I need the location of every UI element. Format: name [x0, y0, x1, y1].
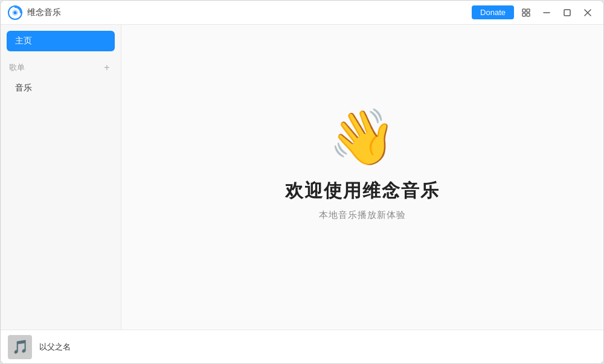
maximize-icon: [564, 9, 571, 16]
player-song-info: 以父之名: [39, 342, 71, 353]
minimize-button[interactable]: [538, 4, 555, 21]
player-bar: 🎵 以父之名: [1, 330, 603, 363]
compact-icon: [521, 8, 531, 18]
titlebar: 维念音乐 Donate: [1, 1, 603, 25]
app-title: 维念音乐: [27, 7, 472, 18]
svg-rect-8: [564, 10, 570, 16]
svg-rect-4: [527, 9, 530, 12]
main-content: 主页 歌单 + 音乐 👋 欢迎使用维念音乐 本地音乐播放新体验: [1, 25, 603, 330]
close-button[interactable]: [579, 4, 596, 21]
minimize-icon: [543, 9, 550, 16]
sidebar-item-music[interactable]: 音乐: [7, 79, 115, 97]
donate-button[interactable]: Donate: [472, 5, 514, 19]
maximize-button[interactable]: [559, 4, 576, 21]
player-song-name: 以父之名: [39, 342, 71, 353]
sidebar-item-home[interactable]: 主页: [7, 31, 115, 51]
content-area: 👋 欢迎使用维念音乐 本地音乐播放新体验: [121, 25, 603, 330]
svg-point-2: [14, 11, 17, 14]
playlist-section-label: 歌单: [9, 62, 25, 73]
app-window: 维念音乐 Donate: [0, 0, 604, 364]
sidebar-section-playlists: 歌单 +: [1, 56, 121, 79]
sidebar-section-header-playlists: 歌单 +: [1, 60, 121, 75]
sidebar: 主页 歌单 + 音乐: [1, 25, 121, 330]
svg-rect-6: [527, 13, 530, 16]
svg-rect-3: [522, 9, 525, 12]
player-thumbnail: 🎵: [8, 335, 32, 359]
welcome-title: 欢迎使用维念音乐: [285, 179, 440, 203]
welcome-icon: 👋: [329, 110, 396, 164]
app-logo-icon: [8, 5, 22, 20]
close-icon: [584, 9, 591, 16]
add-playlist-button[interactable]: +: [101, 62, 112, 73]
svg-rect-5: [522, 13, 525, 16]
titlebar-actions: Donate: [472, 4, 596, 21]
compact-mode-button[interactable]: [518, 4, 535, 21]
welcome-subtitle: 本地音乐播放新体验: [319, 209, 406, 221]
